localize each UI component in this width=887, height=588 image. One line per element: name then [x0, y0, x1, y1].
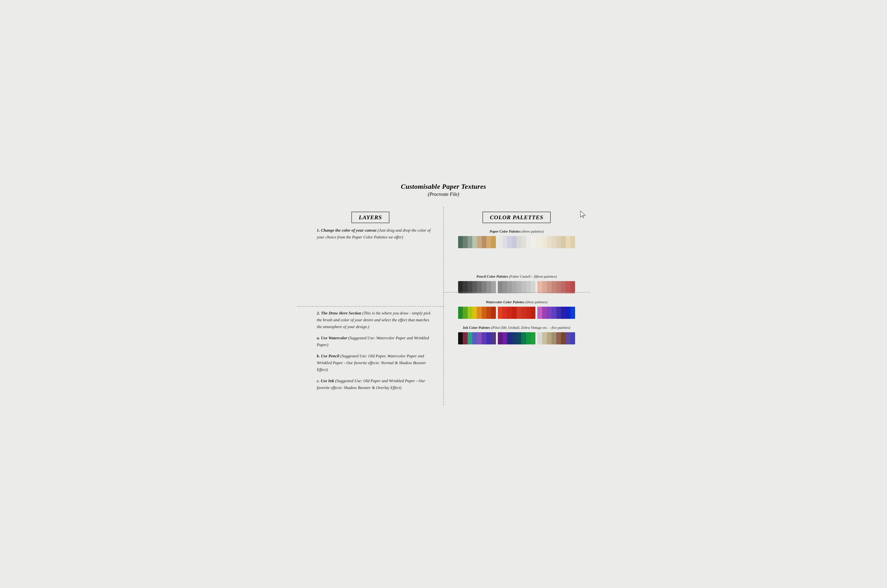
layers-header-section: LAYERS — [297, 207, 443, 227]
swatch — [486, 332, 491, 344]
swatch — [503, 307, 507, 319]
swatch — [542, 307, 547, 319]
swatch — [458, 281, 463, 293]
swatch — [521, 236, 526, 248]
pencil-label-rest: (Faber Castell – fifteen palettes) — [508, 274, 557, 278]
swatch — [561, 332, 566, 344]
swatch — [463, 281, 467, 293]
layer-instruction-2: 2. The Draw Here Section (This is the wh… — [317, 310, 431, 330]
swatch — [516, 307, 521, 319]
swatch — [531, 236, 535, 248]
swatch — [531, 281, 535, 293]
paper-strip-1 — [458, 236, 496, 248]
cursor-icon — [580, 210, 587, 220]
paper-strip-2 — [498, 236, 536, 248]
layer-instruction-b: b. Use Pencil (Suggested Use: Old Paper,… — [317, 353, 431, 373]
swatch — [486, 236, 491, 248]
swatch — [477, 281, 482, 293]
instruction-b-bold: b. Use Pencil — [317, 354, 339, 358]
swatch — [526, 236, 531, 248]
swatch — [486, 281, 491, 293]
swatch — [521, 307, 526, 319]
swatch — [482, 332, 486, 344]
swatch — [512, 281, 516, 293]
swatch — [468, 281, 472, 293]
paper-palette-group: Paper Color Palettes (three palettes) — [458, 230, 575, 248]
page-title-block: Customisable Paper Textures (Procreate F… — [297, 183, 590, 197]
instruction-2-text: 2. The Draw Here Section (This is the wh… — [317, 310, 431, 330]
swatch — [463, 332, 467, 344]
swatch — [498, 332, 503, 344]
swatch — [551, 332, 556, 344]
swatch — [537, 307, 542, 319]
layers-bottom-content: 2. The Draw Here Section (This is the wh… — [297, 300, 443, 405]
page-subtitle: (Procreate File) — [297, 192, 590, 197]
ink-strip-3 — [537, 332, 575, 344]
pencil-palette-group: Pencil Color Palettes (Faber Castell – f… — [458, 274, 575, 293]
other-palettes-section: Pencil Color Palettes (Faber Castell – f… — [443, 265, 590, 361]
swatch — [556, 332, 561, 344]
swatch — [566, 281, 570, 293]
instruction-c-text: c. Use Ink (Suggested Use: Old Paper and… — [317, 378, 431, 391]
swatch — [512, 332, 516, 344]
swatch — [491, 307, 496, 319]
swatch — [537, 236, 542, 248]
swatch — [526, 332, 531, 344]
swatch — [477, 307, 482, 319]
swatch — [561, 236, 566, 248]
watercolor-palette-group: Watercolor Color Palettes (three palette… — [458, 300, 575, 319]
swatch — [566, 332, 570, 344]
swatch — [551, 307, 556, 319]
swatch — [498, 281, 503, 293]
swatch — [547, 236, 551, 248]
swatch — [486, 307, 491, 319]
instruction-1-bold: 1. Change the color of your canvas — [317, 228, 377, 232]
swatch — [503, 281, 507, 293]
swatch — [547, 307, 551, 319]
color-palettes-header-text: COLOR PALETTES — [490, 214, 543, 220]
layers-header-box: LAYERS — [351, 212, 389, 223]
swatch — [570, 307, 575, 319]
swatch — [468, 307, 472, 319]
pencil-palette-row — [458, 281, 575, 293]
ink-label-bold: Ink Color Palettes — [463, 326, 491, 330]
swatch — [526, 307, 531, 319]
swatch — [507, 332, 512, 344]
instruction-1-text: 1. Change the color of your canvas (Just… — [317, 227, 431, 241]
swatch — [472, 281, 477, 293]
paper-palettes-section: Paper Color Palettes (three palettes) — [443, 227, 590, 265]
watercolor-strip-1 — [458, 307, 496, 319]
swatch — [542, 281, 547, 293]
paper-palette-row — [458, 236, 575, 248]
swatch — [503, 236, 507, 248]
watercolor-label-bold: Watercolor Color Palettes — [486, 300, 524, 304]
swatch — [498, 307, 503, 319]
swatch — [516, 236, 521, 248]
swatch — [458, 236, 463, 248]
swatch — [512, 236, 516, 248]
swatch — [561, 281, 566, 293]
color-palettes-header-section: COLOR PALETTES — [443, 207, 590, 227]
swatch — [547, 281, 551, 293]
page: Customisable Paper Textures (Procreate F… — [297, 183, 590, 405]
layers-header-text: LAYERS — [359, 214, 382, 220]
swatch — [468, 332, 472, 344]
swatch — [547, 332, 551, 344]
swatch — [458, 307, 463, 319]
page-title: Customisable Paper Textures — [297, 183, 590, 190]
swatch — [503, 332, 507, 344]
layer-instruction-a: a. Use Watercolor (Suggested Use: Waterc… — [317, 334, 431, 348]
swatch — [482, 236, 486, 248]
swatch — [507, 281, 512, 293]
swatch — [537, 281, 542, 293]
swatch — [477, 332, 482, 344]
swatch — [491, 281, 496, 293]
swatch — [463, 307, 467, 319]
instruction-c-bold: c. Use Ink — [317, 378, 334, 383]
pencil-label-bold: Pencil Color Palettes — [476, 274, 508, 278]
swatch — [556, 236, 561, 248]
swatch — [531, 307, 535, 319]
ink-label-rest: (Pilot-500, Uniball, Zebra Vintage etc. … — [490, 326, 570, 330]
paper-strip-3 — [537, 236, 575, 248]
paper-label-rest: (three palettes) — [521, 230, 544, 233]
